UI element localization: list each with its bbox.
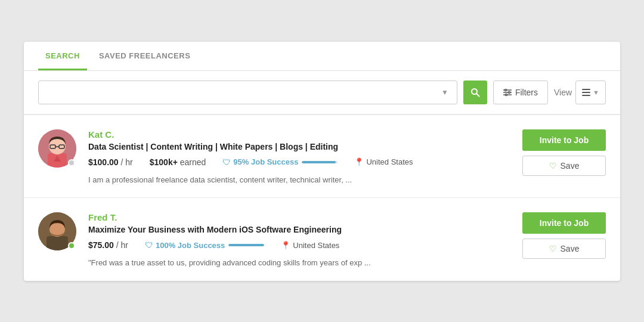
stats-row-kat: $100.00 / hr $100k+ earned 🛡 95% Job Suc… xyxy=(88,157,510,167)
svg-rect-8 xyxy=(582,89,590,90)
svg-point-5 xyxy=(504,89,506,91)
status-indicator-kat xyxy=(68,159,75,166)
status-indicator-fred xyxy=(68,242,75,249)
location-kat: 📍 United States xyxy=(354,157,413,166)
freelancer-card-kat: Kat C. Data Scientist | Content Writing … xyxy=(24,114,620,198)
view-dropdown-arrow-icon: ▼ xyxy=(593,89,599,96)
job-success-text-fred: 100% Job Success xyxy=(156,241,225,250)
view-toggle-button[interactable]: ▼ xyxy=(575,80,606,104)
stats-row-fred: $75.00 / hr 🛡 100% Job Success 📍 United … xyxy=(88,240,510,250)
job-success-badge-kat: 🛡 95% Job Success xyxy=(222,157,298,167)
search-button[interactable] xyxy=(463,80,487,104)
location-fred: 📍 United States xyxy=(281,241,339,250)
freelancer-name-kat[interactable]: Kat C. xyxy=(88,129,510,140)
search-dropdown-arrow-icon[interactable]: ▼ xyxy=(439,88,451,97)
freelancer-card-fred: Fred T. Maximize Your Business with Mode… xyxy=(24,197,620,281)
rate-fred: $75.00 / hr xyxy=(88,240,128,250)
main-container: SEARCH SAVED FREELANCERS ▼ Filters xyxy=(24,42,620,281)
card-content-kat: Kat C. Data Scientist | Content Writing … xyxy=(88,129,510,186)
invite-button-kat[interactable]: Invite to Job xyxy=(522,129,606,151)
progress-bar-fred xyxy=(228,244,264,246)
shield-icon-fred: 🛡 xyxy=(145,240,153,250)
card-actions-kat: Invite to Job ♡ Save xyxy=(522,129,606,176)
filters-button[interactable]: Filters xyxy=(493,80,548,104)
save-button-fred[interactable]: ♡ Save xyxy=(522,239,606,259)
avatar-wrapper-kat xyxy=(38,129,76,168)
job-success-badge-fred: 🛡 100% Job Success xyxy=(145,240,225,250)
description-kat: I am a professional freelance data scien… xyxy=(88,174,510,186)
freelancer-title-kat: Data Scientist | Content Writing | White… xyxy=(88,142,510,151)
svg-point-6 xyxy=(508,91,510,93)
svg-line-1 xyxy=(476,94,479,97)
shield-icon-kat: 🛡 xyxy=(222,157,231,167)
svg-rect-18 xyxy=(47,236,68,250)
list-view-icon xyxy=(582,89,590,96)
progress-bar-fill-fred xyxy=(228,244,264,246)
view-label: View xyxy=(554,88,572,97)
avatar-wrapper-fred xyxy=(38,212,76,250)
progress-bar-kat xyxy=(302,161,338,163)
location-icon-fred: 📍 xyxy=(281,241,290,250)
card-content-fred: Fred T. Maximize Your Business with Mode… xyxy=(88,212,510,269)
description-fred: "Fred was a true asset to us, providing … xyxy=(88,257,510,269)
save-button-kat[interactable]: ♡ Save xyxy=(522,156,606,176)
search-input-wrapper[interactable]: ▼ xyxy=(38,80,457,104)
filters-label: Filters xyxy=(515,88,538,97)
location-text-kat: United States xyxy=(366,157,413,166)
heart-icon-fred: ♡ xyxy=(549,244,557,253)
view-controls: View ▼ xyxy=(554,80,606,104)
card-actions-fred: Invite to Job ♡ Save xyxy=(522,212,606,259)
location-icon-kat: 📍 xyxy=(354,157,364,166)
search-bar: ▼ Filters View xyxy=(24,71,620,114)
freelancer-title-fred: Maximize Your Business with Modern iOS S… xyxy=(88,225,510,234)
svg-rect-10 xyxy=(582,95,590,96)
progress-bar-fill-kat xyxy=(302,161,336,163)
search-icon xyxy=(470,88,480,97)
heart-icon-kat: ♡ xyxy=(549,161,557,171)
job-success-kat: 🛡 95% Job Success xyxy=(222,157,338,167)
tab-search[interactable]: SEARCH xyxy=(38,42,87,70)
tabs-bar: SEARCH SAVED FREELANCERS xyxy=(24,42,620,71)
earned-kat: $100k+ earned xyxy=(150,157,206,167)
svg-point-7 xyxy=(505,94,507,95)
job-success-fred: 🛡 100% Job Success xyxy=(145,240,264,250)
search-input[interactable] xyxy=(45,88,439,97)
rate-kat: $100.00 / hr xyxy=(88,157,133,167)
save-label-fred: Save xyxy=(561,244,580,253)
filter-icon xyxy=(503,89,512,96)
freelancer-name-fred[interactable]: Fred T. xyxy=(88,212,510,222)
tab-saved-freelancers[interactable]: SAVED FREELANCERS xyxy=(92,42,197,70)
location-text-fred: United States xyxy=(293,241,339,250)
job-success-text-kat: 95% Job Success xyxy=(233,157,298,166)
invite-button-fred[interactable]: Invite to Job xyxy=(522,212,606,234)
save-label-kat: Save xyxy=(561,161,580,171)
svg-rect-9 xyxy=(582,92,590,93)
